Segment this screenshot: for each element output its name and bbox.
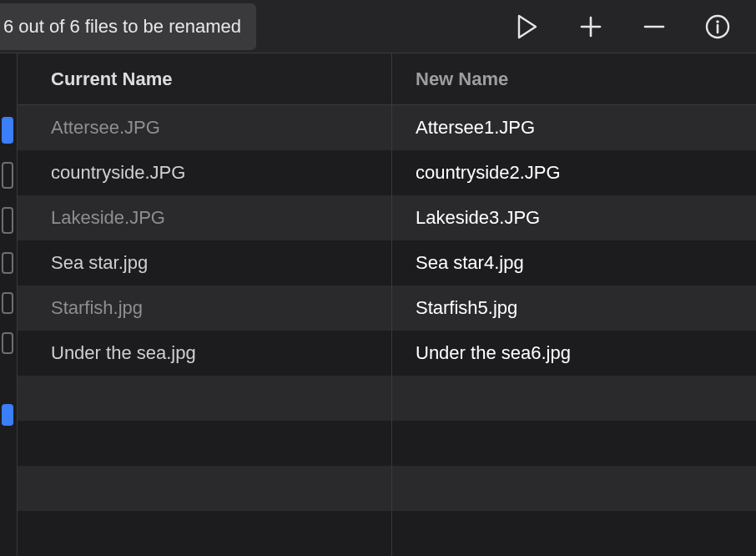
table-row — [18, 421, 756, 466]
rename-table: Current Name New Name Attersee.JPGAtters… — [17, 53, 756, 556]
row-indicator[interactable] — [2, 404, 13, 426]
new-name-cell: Starfish5.jpg — [391, 286, 756, 331]
new-name-text: Under the sea6.jpg — [416, 342, 571, 364]
toolbar: 6 out of 6 files to be renamed — [0, 0, 756, 53]
new-name-text: Sea star4.jpg — [416, 252, 524, 274]
row-indicator-gutter — [0, 53, 17, 556]
current-name-cell: countryside.JPG — [18, 162, 391, 184]
current-name-text: Starfish.jpg — [51, 297, 143, 318]
current-name-cell: Starfish.jpg — [18, 297, 391, 319]
row-indicator[interactable] — [2, 332, 13, 354]
table-row[interactable]: Lakeside.JPGLakeside3.JPG — [18, 195, 756, 240]
play-icon — [517, 14, 538, 39]
table-row[interactable]: Attersee.JPGAttersee1.JPG — [18, 105, 756, 150]
info-button[interactable] — [703, 12, 733, 42]
run-button[interactable] — [512, 12, 542, 42]
current-name-text: countryside.JPG — [51, 162, 185, 183]
table-row — [18, 511, 756, 556]
minus-icon — [642, 14, 667, 39]
new-name-cell: countryside2.JPG — [391, 150, 756, 195]
new-name-text: countryside2.JPG — [416, 162, 561, 184]
new-name-cell: Under the sea6.jpg — [391, 331, 756, 376]
status-text: 6 out of 6 files to be renamed — [3, 16, 241, 38]
row-indicator[interactable] — [2, 162, 13, 189]
table-row[interactable]: Sea star.jpgSea star4.jpg — [18, 240, 756, 286]
row-indicator[interactable] — [2, 292, 13, 314]
current-name-cell: Lakeside.JPG — [18, 207, 391, 229]
row-indicator[interactable] — [2, 117, 13, 144]
table-row — [18, 376, 756, 421]
current-name-text: Sea star.jpg — [51, 252, 148, 273]
plus-icon — [578, 14, 603, 39]
status-pill: 6 out of 6 files to be renamed — [0, 3, 256, 50]
table-row[interactable]: countryside.JPGcountryside2.JPG — [18, 150, 756, 195]
current-name-text: Lakeside.JPG — [51, 207, 165, 228]
info-icon — [704, 13, 731, 40]
current-name-cell: Sea star.jpg — [18, 252, 391, 274]
current-name-cell: Attersee.JPG — [18, 117, 391, 139]
new-name-cell: Lakeside3.JPG — [391, 195, 756, 240]
row-indicator[interactable] — [2, 207, 13, 234]
new-name-text: Attersee1.JPG — [416, 117, 535, 139]
new-name-text: Starfish5.jpg — [416, 297, 517, 319]
toolbar-buttons — [512, 12, 756, 42]
remove-button[interactable] — [639, 12, 669, 42]
current-name-cell: Under the sea.jpg — [18, 342, 391, 364]
new-name-cell: Attersee1.JPG — [391, 105, 756, 150]
current-name-text: Attersee.JPG — [51, 117, 160, 138]
table-header: Current Name New Name — [18, 53, 756, 105]
table-row — [18, 466, 756, 511]
svg-point-4 — [716, 20, 719, 23]
new-name-text: Lakeside3.JPG — [416, 207, 540, 229]
new-name-cell: Sea star4.jpg — [391, 240, 756, 286]
table-row[interactable]: Starfish.jpgStarfish5.jpg — [18, 286, 756, 331]
column-header-new[interactable]: New Name — [391, 53, 756, 104]
current-name-text: Under the sea.jpg — [51, 342, 196, 363]
row-indicator[interactable] — [2, 252, 13, 274]
column-header-current[interactable]: Current Name — [18, 68, 391, 90]
table-row[interactable]: Under the sea.jpgUnder the sea6.jpg — [18, 331, 756, 376]
add-button[interactable] — [576, 12, 606, 42]
